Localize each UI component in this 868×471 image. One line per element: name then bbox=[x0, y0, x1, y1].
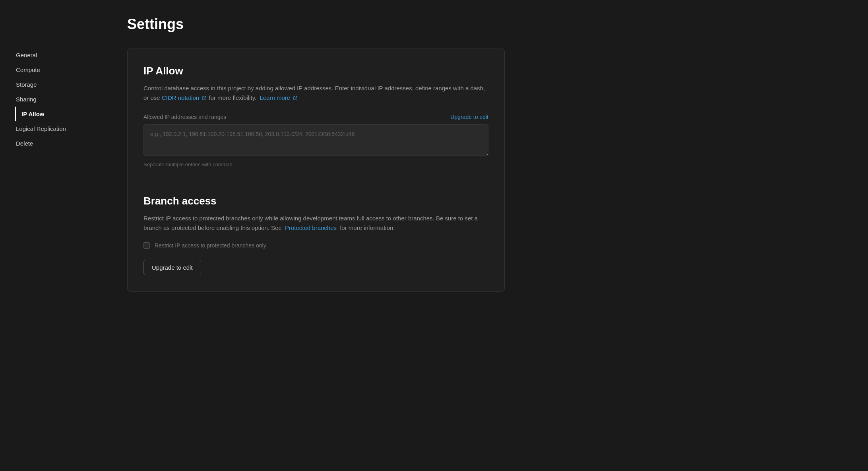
sidebar-item-general[interactable]: General bbox=[15, 48, 103, 62]
page-title: Settings bbox=[127, 16, 844, 33]
upgrade-to-edit-button[interactable]: Upgrade to edit bbox=[143, 260, 201, 275]
field-hint: Separate multiple entries with commas. bbox=[143, 162, 488, 167]
sidebar-item-compute[interactable]: Compute bbox=[15, 62, 103, 77]
main-content: Settings IP Allow Control database acces… bbox=[103, 0, 868, 471]
checkbox-row: Restrict IP access to protected branches… bbox=[143, 242, 488, 249]
ip-allow-description: Control database access in this project … bbox=[143, 84, 488, 103]
sidebar-item-ip-allow[interactable]: IP Allow bbox=[15, 107, 103, 121]
sidebar-item-logical-replication[interactable]: Logical Replication bbox=[15, 121, 103, 136]
checkbox-label: Restrict IP access to protected branches… bbox=[155, 242, 266, 249]
sidebar-item-storage[interactable]: Storage bbox=[15, 77, 103, 92]
sidebar-item-sharing[interactable]: Sharing bbox=[15, 92, 103, 107]
branch-access-description: Restrict IP access to protected branches… bbox=[143, 214, 488, 233]
ip-addresses-input[interactable] bbox=[143, 124, 488, 156]
sidebar: General Compute Storage Sharing IP Allow… bbox=[0, 0, 103, 471]
protected-branches-link[interactable]: Protected branches bbox=[285, 224, 338, 231]
external-link-icon-2 bbox=[293, 95, 298, 101]
cidr-notation-link[interactable]: CIDR notation bbox=[162, 94, 209, 101]
ip-allow-section: IP Allow Control database access in this… bbox=[143, 65, 488, 167]
field-header: Allowed IP addresses and ranges Upgrade … bbox=[143, 114, 488, 120]
ip-field-label: Allowed IP addresses and ranges bbox=[143, 114, 226, 120]
restrict-ip-checkbox[interactable] bbox=[143, 242, 150, 249]
settings-card: IP Allow Control database access in this… bbox=[127, 49, 505, 292]
upgrade-to-edit-link[interactable]: Upgrade to edit bbox=[450, 114, 488, 120]
branch-access-section: Branch access Restrict IP access to prot… bbox=[143, 195, 488, 275]
sidebar-item-delete[interactable]: Delete bbox=[15, 136, 103, 151]
external-link-icon bbox=[202, 95, 207, 101]
section-divider bbox=[143, 182, 488, 182]
learn-more-link[interactable]: Learn more bbox=[260, 94, 298, 101]
ip-allow-title: IP Allow bbox=[143, 65, 488, 77]
branch-access-title: Branch access bbox=[143, 195, 488, 207]
